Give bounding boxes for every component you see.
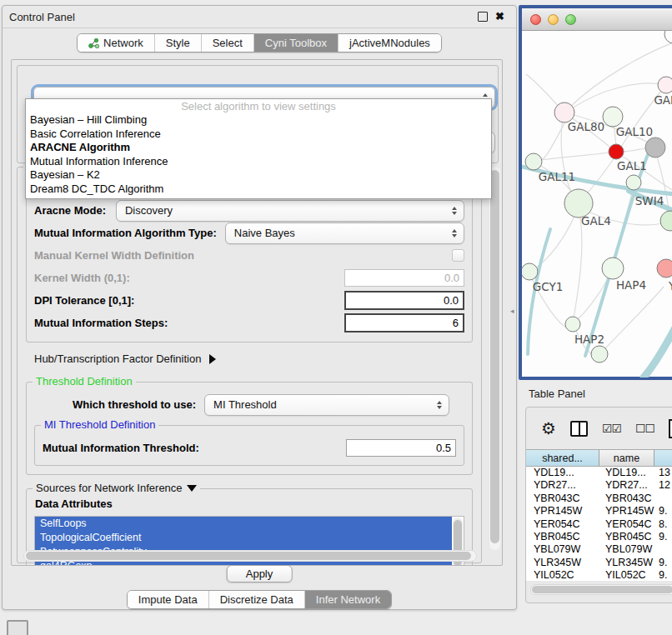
mi-algorithm-type-combobox[interactable]: Naive Bayes [225, 222, 464, 244]
kernel-width-field[interactable]: 0.0 [344, 269, 464, 287]
stepper-icon [447, 229, 464, 238]
zoom-traffic-light-icon[interactable] [565, 14, 576, 25]
cell: 8. [654, 518, 672, 531]
close-icon[interactable]: ✖ [495, 12, 504, 21]
hub-definition-label: Hub/Transcription Factor Definition [34, 352, 201, 365]
node-label: GAL80 [568, 120, 604, 133]
table-row[interactable]: YIL052CYIL052C9. [526, 569, 672, 581]
table-row[interactable]: YDR27...YDR27...12 [526, 479, 672, 492]
tab-label: Style [166, 37, 190, 49]
aracne-mode-combobox[interactable]: Discovery [116, 200, 464, 222]
settings-vertical-scrollbar[interactable] [489, 167, 500, 550]
dropdown-item[interactable]: Bayesian – Hill Climbing [26, 113, 491, 128]
collapse-arrow-icon[interactable] [187, 485, 197, 492]
data-attributes-label: Data Attributes [35, 498, 464, 510]
manual-kernel-width-checkbox[interactable] [452, 249, 464, 262]
network-node[interactable] [657, 259, 672, 278]
unselect-all-columns-icon[interactable]: ☐☐ [635, 422, 654, 435]
network-node[interactable] [603, 107, 623, 127]
dropdown-item[interactable]: Mutual Information Inference [26, 155, 491, 169]
mi-steps-field[interactable]: 6 [344, 313, 464, 332]
minimize-traffic-light-icon[interactable] [548, 14, 559, 25]
algorithm-dropdown-popup: Select algorithm to view settings Bayesi… [25, 98, 492, 199]
table-row[interactable]: YPR145WYPR145W9. [526, 505, 672, 518]
tab-label: Select [213, 37, 243, 49]
network-node[interactable] [564, 189, 593, 218]
cell: YLR345W [526, 557, 599, 569]
dropdown-item[interactable]: Bayesian – K2 [26, 168, 491, 182]
table-row[interactable]: YDL19...YDL19...13 [526, 467, 672, 479]
hub-definition-toggle[interactable]: Hub/Transcription Factor Definition [34, 352, 473, 365]
table-row[interactable]: YBR043CYBR043C [526, 492, 672, 505]
list-item[interactable]: TopologicalCoefficient [35, 531, 452, 545]
network-node[interactable] [525, 153, 542, 170]
cell: YBL079W [599, 543, 654, 556]
tab-discretize-data[interactable]: Discretize Data [209, 591, 305, 608]
table-panel-title: Table Panel [529, 388, 585, 400]
network-node[interactable] [626, 175, 641, 190]
table-row[interactable]: YLR345WYLR345W9. [526, 557, 672, 569]
tab-network[interactable]: Network [78, 34, 155, 52]
aracne-mode-label: Aracne Mode: [34, 204, 106, 217]
dropdown-item[interactable]: ARACNE Algorithm [26, 141, 491, 155]
settings-horizontal-scrollbar[interactable] [23, 550, 477, 562]
cyni-bottom-tabbar: Impute Data Discretize Data Infer Networ… [3, 590, 516, 609]
mi-threshold-label: Mutual Information Threshold: [43, 442, 199, 454]
dropdown-item[interactable]: Basic Correlation Inference [26, 128, 491, 142]
table-row[interactable]: YBL079WYBL079W [526, 543, 672, 556]
cell: YDR27... [526, 479, 599, 492]
document-icon[interactable] [669, 419, 672, 438]
mi-type-label: Mutual Information Algorithm Type: [34, 227, 217, 239]
split-view-icon[interactable] [570, 421, 588, 437]
table-row[interactable]: YBR045CYBR045C9. [526, 531, 672, 543]
select-all-columns-icon[interactable]: ☑☑ [602, 422, 621, 435]
tab-label: jActiveMNodules [349, 37, 430, 49]
tab-style[interactable]: Style [155, 34, 202, 52]
close-traffic-light-icon[interactable] [530, 14, 541, 25]
panel-title: Control Panel [3, 11, 75, 23]
cell: YPR145W [526, 505, 599, 518]
tab-select[interactable]: Select [202, 34, 254, 52]
network-node[interactable] [565, 317, 580, 332]
network-node[interactable] [602, 258, 624, 279]
network-canvas[interactable]: GAL GAL80 GAL10 GAL1 GAL11 SWI4 GAL4 GCY… [522, 31, 672, 378]
table-row[interactable]: YER054CYER054C8. [526, 518, 672, 531]
dropdown-item[interactable]: Dream8 DC_TDC Algorithm [26, 182, 491, 197]
column-header[interactable] [654, 450, 672, 466]
network-node[interactable] [522, 263, 538, 280]
network-node[interactable] [664, 31, 672, 43]
tab-label: Network [103, 37, 143, 49]
cell: YBR043C [599, 492, 654, 505]
gear-icon[interactable]: ⚙ [541, 420, 556, 437]
cell: 12 [654, 479, 672, 492]
cell: 9. [654, 569, 672, 581]
node-label: HAP2 [574, 332, 604, 346]
tab-cyni-toolbox[interactable]: Cyni Toolbox [254, 34, 339, 52]
combo-value: MI Threshold [205, 398, 432, 411]
minimized-panel-icon[interactable] [7, 620, 28, 635]
float-window-icon[interactable] [478, 12, 488, 22]
network-node[interactable] [591, 346, 608, 362]
cell: YBR043C [526, 492, 599, 505]
column-header[interactable]: name [599, 450, 654, 466]
table-horizontal-scrollbar[interactable] [530, 584, 672, 595]
network-node-selected[interactable] [609, 144, 624, 159]
column-header[interactable]: shared... [526, 450, 599, 466]
kernel-width-label: Kernel Width (0,1): [34, 272, 130, 284]
network-view-window: GAL GAL80 GAL10 GAL1 GAL11 SWI4 GAL4 GCY… [519, 5, 672, 380]
apply-button[interactable]: Apply [227, 565, 293, 582]
cell: YBR045C [599, 531, 654, 543]
group-title: Sources for Network Inference [33, 482, 200, 494]
dpi-tolerance-field[interactable]: 0.0 [344, 291, 464, 310]
splitter-arrow-icon[interactable]: ◂ [510, 307, 514, 315]
which-threshold-combobox[interactable]: MI Threshold [204, 394, 449, 416]
tab-infer-network[interactable]: Infer Network [305, 591, 391, 608]
network-node[interactable] [660, 211, 672, 231]
network-node[interactable] [645, 138, 665, 158]
network-node[interactable] [658, 77, 672, 93]
mi-threshold-field[interactable]: 0.5 [346, 439, 456, 457]
list-item[interactable]: SelfLoops [35, 517, 452, 531]
node-label: GAL4 [581, 214, 611, 228]
tab-impute-data[interactable]: Impute Data [128, 591, 209, 608]
tab-jactivemnodules[interactable]: jActiveMNodules [339, 34, 441, 52]
